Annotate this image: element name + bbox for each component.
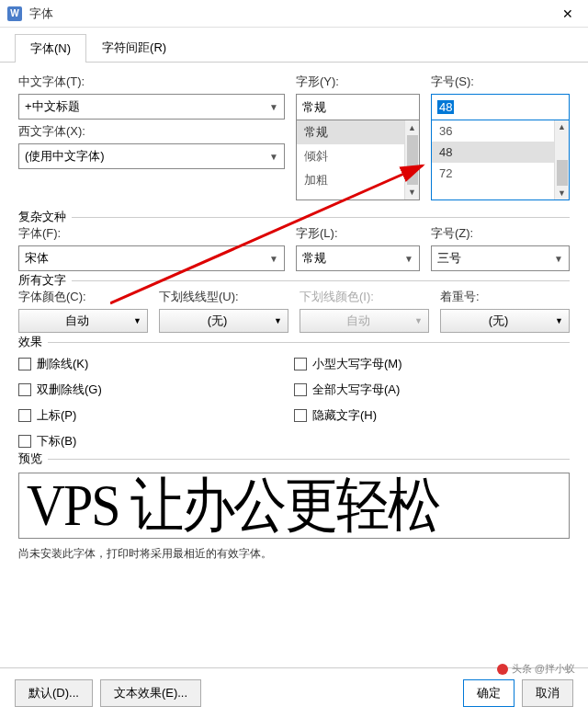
style-label: 字形(Y): — [296, 74, 420, 90]
size-label: 字号(S): — [431, 74, 570, 90]
chevron-down-icon: ▼ — [414, 316, 423, 325]
underline-color-select: 自动▼ — [300, 309, 429, 333]
western-font-label: 西文字体(X): — [18, 123, 285, 140]
chevron-down-icon: ▼ — [404, 254, 413, 264]
preview-legend: 预览 — [18, 450, 48, 467]
emphasis-select[interactable]: (无)▼ — [440, 309, 570, 333]
chinese-font-select[interactable]: +中文标题 ▼ — [18, 94, 285, 120]
watermark: 头条 @拌小蚁 — [497, 662, 575, 676]
list-item[interactable]: 36 — [432, 120, 554, 142]
chevron-down-icon: ▼ — [274, 316, 282, 325]
chevron-down-icon: ▼ — [554, 254, 563, 264]
chevron-down-icon: ▼ — [555, 316, 563, 325]
color-label: 字体颜色(C): — [18, 289, 148, 305]
complex-legend: 复杂文种 — [18, 209, 72, 225]
preview-text: VPS 让办公更轻松 — [27, 473, 439, 539]
scrollbar[interactable]: ▲ ▼ — [404, 120, 419, 199]
complex-size-label: 字号(Z): — [431, 225, 570, 242]
preview-hint: 尚未安装此字体，打印时将采用最相近的有效字体。 — [18, 546, 570, 562]
preview-box: VPS 让办公更轻松 — [18, 473, 570, 539]
color-select[interactable]: 自动▼ — [18, 309, 148, 333]
window-title: 字体 — [29, 6, 555, 22]
scroll-up-icon[interactable]: ▲ — [405, 120, 419, 135]
chinese-font-label: 中文字体(T): — [18, 74, 285, 90]
tab-spacing[interactable]: 字符间距(R) — [86, 33, 182, 62]
super-checkbox[interactable]: 上标(P) — [18, 407, 257, 424]
allcaps-checkbox[interactable]: 全部大写字母(A) — [294, 382, 402, 398]
style-listbox[interactable]: 常规 倾斜 加粗 ▲ ▼ — [296, 120, 420, 200]
chevron-down-icon: ▼ — [269, 254, 278, 264]
ok-button[interactable]: 确定 — [463, 679, 514, 707]
hidden-checkbox[interactable]: 隐藏文字(H) — [294, 407, 402, 424]
underline-color-label: 下划线颜色(I): — [300, 289, 429, 305]
complex-size-select[interactable]: 三号 ▼ — [431, 245, 570, 271]
chevron-down-icon: ▼ — [133, 316, 141, 325]
sub-checkbox[interactable]: 下标(B) — [18, 433, 257, 450]
size-input[interactable]: 48 — [431, 94, 570, 120]
scroll-up-icon[interactable]: ▲ — [555, 120, 569, 134]
complex-font-select[interactable]: 宋体 ▼ — [18, 245, 285, 271]
tab-font[interactable]: 字体(N) — [15, 34, 86, 63]
list-item[interactable]: 48 — [432, 142, 554, 163]
list-item[interactable]: 常规 — [297, 120, 404, 144]
default-button[interactable]: 默认(D)... — [15, 679, 93, 707]
chevron-down-icon: ▼ — [269, 152, 278, 162]
strike-checkbox[interactable]: 删除线(K) — [18, 356, 257, 372]
complex-style-select[interactable]: 常规 ▼ — [296, 245, 420, 271]
western-font-select[interactable]: (使用中文字体) ▼ — [18, 143, 285, 169]
complex-style-label: 字形(L): — [296, 225, 420, 242]
scroll-down-icon[interactable]: ▼ — [405, 185, 419, 199]
underline-select[interactable]: (无)▼ — [159, 309, 288, 333]
style-input[interactable]: 常规 — [296, 94, 420, 120]
alltext-legend: 所有文字 — [18, 272, 72, 289]
size-listbox[interactable]: 36 48 72 ▲ ▼ — [431, 120, 570, 200]
app-icon: W — [7, 6, 22, 21]
effects-legend: 效果 — [18, 334, 48, 350]
complex-font-label: 字体(F): — [18, 225, 285, 242]
chevron-down-icon: ▼ — [269, 102, 278, 112]
dblstrike-checkbox[interactable]: 双删除线(G) — [18, 382, 257, 398]
close-icon[interactable]: ✕ — [555, 6, 581, 21]
cancel-button[interactable]: 取消 — [522, 679, 573, 707]
scroll-down-icon[interactable]: ▼ — [555, 186, 569, 199]
list-item[interactable]: 倾斜 — [297, 144, 404, 168]
scrollbar[interactable]: ▲ ▼ — [554, 120, 569, 199]
list-item[interactable]: 72 — [432, 163, 554, 184]
emphasis-label: 着重号: — [440, 289, 570, 305]
list-item[interactable]: 加粗 — [297, 168, 404, 192]
underline-label: 下划线线型(U): — [159, 289, 288, 305]
smallcaps-checkbox[interactable]: 小型大写字母(M) — [294, 356, 402, 372]
text-effect-button[interactable]: 文本效果(E)... — [100, 679, 201, 707]
